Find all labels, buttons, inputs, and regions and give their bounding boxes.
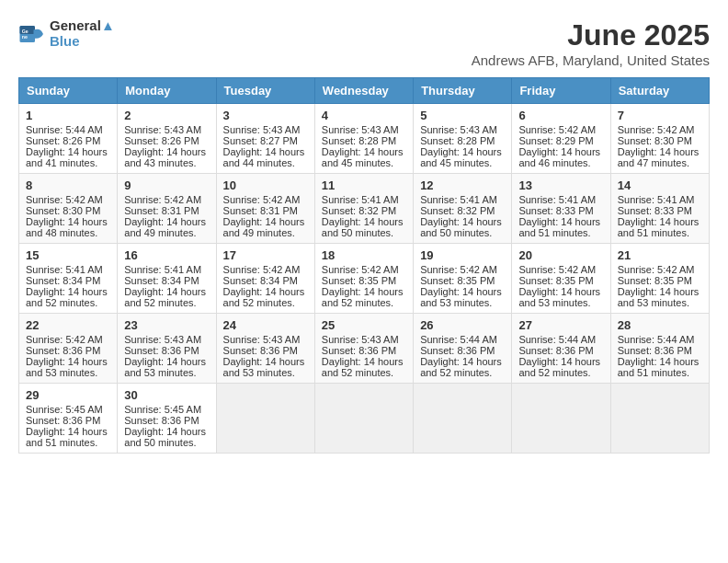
day-number: 22 (26, 318, 110, 332)
cell-text: Daylight: 14 hours and 46 minutes. (518, 146, 603, 168)
table-row: 10Sunrise: 5:42 AMSunset: 8:31 PMDayligh… (216, 174, 314, 244)
day-number: 20 (518, 248, 603, 262)
day-number: 12 (420, 178, 505, 192)
day-number: 29 (26, 388, 110, 402)
cell-text: Sunset: 8:29 PM (518, 135, 603, 146)
table-row: 12Sunrise: 5:41 AMSunset: 8:32 PMDayligh… (414, 174, 512, 244)
table-row: 29Sunrise: 5:45 AMSunset: 8:36 PMDayligh… (19, 384, 118, 454)
cell-text: Sunrise: 5:45 AM (124, 404, 209, 415)
day-number: 17 (223, 248, 308, 262)
table-row: 8Sunrise: 5:42 AMSunset: 8:30 PMDaylight… (19, 174, 118, 244)
cell-text: Daylight: 14 hours and 49 minutes. (124, 216, 209, 238)
month-title: June 2025 (472, 18, 710, 52)
table-row: 22Sunrise: 5:42 AMSunset: 8:36 PMDayligh… (19, 314, 118, 384)
table-row: 1Sunrise: 5:44 AMSunset: 8:26 PMDaylight… (19, 104, 118, 174)
day-number: 18 (322, 248, 406, 262)
cell-text: Daylight: 14 hours and 50 minutes. (124, 426, 209, 448)
table-row: 14Sunrise: 5:41 AMSunset: 8:33 PMDayligh… (610, 174, 709, 244)
day-number: 7 (618, 109, 702, 122)
cell-text: Daylight: 14 hours and 50 minutes. (420, 216, 505, 238)
day-number: 13 (518, 178, 603, 192)
cell-text: Daylight: 14 hours and 43 minutes. (124, 146, 209, 168)
cell-text: Sunrise: 5:43 AM (223, 124, 308, 135)
cell-text: Daylight: 14 hours and 52 minutes. (322, 356, 406, 378)
cell-text: Sunset: 8:32 PM (420, 205, 505, 216)
table-row (314, 384, 413, 454)
cell-text: Sunset: 8:36 PM (223, 345, 308, 356)
cell-text: Sunrise: 5:42 AM (618, 264, 702, 275)
cell-text: Daylight: 14 hours and 48 minutes. (26, 216, 110, 238)
cell-text: Sunset: 8:36 PM (26, 415, 110, 426)
cell-text: Daylight: 14 hours and 53 minutes. (223, 356, 308, 378)
table-row: 24Sunrise: 5:43 AMSunset: 8:36 PMDayligh… (216, 314, 314, 384)
cell-text: Sunset: 8:36 PM (420, 345, 505, 356)
cell-text: Daylight: 14 hours and 52 minutes. (322, 286, 406, 308)
cell-text: Sunrise: 5:41 AM (618, 194, 702, 205)
table-row: 26Sunrise: 5:44 AMSunset: 8:36 PMDayligh… (414, 314, 512, 384)
cell-text: Daylight: 14 hours and 47 minutes. (618, 146, 702, 168)
table-row: 15Sunrise: 5:41 AMSunset: 8:34 PMDayligh… (19, 244, 118, 314)
day-number: 3 (223, 109, 308, 122)
logo-name-bottom: Blue (50, 34, 115, 50)
cell-text: Sunrise: 5:41 AM (518, 194, 603, 205)
table-row: 30Sunrise: 5:45 AMSunset: 8:36 PMDayligh… (118, 384, 216, 454)
table-row: 18Sunrise: 5:42 AMSunset: 8:35 PMDayligh… (314, 244, 413, 314)
day-number: 28 (618, 318, 702, 332)
cell-text: Sunset: 8:33 PM (518, 205, 603, 216)
cell-text: Sunrise: 5:42 AM (26, 194, 110, 205)
logo: Ge ne General▲ Blue (18, 18, 115, 49)
cell-text: Sunrise: 5:44 AM (518, 334, 603, 345)
cell-text: Daylight: 14 hours and 50 minutes. (322, 216, 406, 238)
cell-text: Sunset: 8:34 PM (124, 275, 209, 286)
col-monday: Monday (118, 78, 216, 104)
cell-text: Sunrise: 5:42 AM (518, 264, 603, 275)
cell-text: Sunrise: 5:41 AM (420, 194, 505, 205)
col-tuesday: Tuesday (216, 78, 314, 104)
cell-text: Sunset: 8:33 PM (618, 205, 702, 216)
day-number: 27 (518, 318, 603, 332)
col-wednesday: Wednesday (314, 78, 413, 104)
cell-text: Sunset: 8:35 PM (518, 275, 603, 286)
table-row: 23Sunrise: 5:43 AMSunset: 8:36 PMDayligh… (118, 314, 216, 384)
table-row: 3Sunrise: 5:43 AMSunset: 8:27 PMDaylight… (216, 104, 314, 174)
table-row: 17Sunrise: 5:42 AMSunset: 8:34 PMDayligh… (216, 244, 314, 314)
cell-text: Daylight: 14 hours and 53 minutes. (618, 286, 702, 308)
cell-text: Daylight: 14 hours and 52 minutes. (223, 286, 308, 308)
calendar-week-row: 15Sunrise: 5:41 AMSunset: 8:34 PMDayligh… (19, 244, 710, 314)
day-number: 1 (26, 109, 110, 122)
calendar-week-row: 1Sunrise: 5:44 AMSunset: 8:26 PMDaylight… (19, 104, 710, 174)
cell-text: Sunset: 8:34 PM (223, 275, 308, 286)
table-row: 25Sunrise: 5:43 AMSunset: 8:36 PMDayligh… (314, 314, 413, 384)
cell-text: Daylight: 14 hours and 45 minutes. (322, 146, 406, 168)
cell-text: Sunrise: 5:43 AM (223, 334, 308, 345)
day-number: 5 (420, 109, 505, 122)
col-thursday: Thursday (414, 78, 512, 104)
day-number: 21 (618, 248, 702, 262)
cell-text: Sunset: 8:35 PM (618, 275, 702, 286)
table-row: 21Sunrise: 5:42 AMSunset: 8:35 PMDayligh… (610, 244, 709, 314)
day-number: 15 (26, 248, 110, 262)
table-row: 9Sunrise: 5:42 AMSunset: 8:31 PMDaylight… (118, 174, 216, 244)
col-friday: Friday (512, 78, 610, 104)
cell-text: Sunset: 8:32 PM (322, 205, 406, 216)
cell-text: Sunrise: 5:42 AM (223, 264, 308, 275)
cell-text: Sunrise: 5:44 AM (26, 124, 110, 135)
logo-name-top: General▲ (50, 18, 115, 34)
cell-text: Sunset: 8:35 PM (420, 275, 505, 286)
cell-text: Sunrise: 5:43 AM (420, 124, 505, 135)
cell-text: Daylight: 14 hours and 51 minutes. (618, 356, 702, 378)
cell-text: Daylight: 14 hours and 52 minutes. (124, 286, 209, 308)
day-number: 19 (420, 248, 505, 262)
day-number: 8 (26, 178, 110, 192)
cell-text: Sunrise: 5:42 AM (518, 124, 603, 135)
cell-text: Sunrise: 5:41 AM (124, 264, 209, 275)
cell-text: Sunset: 8:30 PM (26, 205, 110, 216)
cell-text: Daylight: 14 hours and 49 minutes. (223, 216, 308, 238)
calendar-week-row: 22Sunrise: 5:42 AMSunset: 8:36 PMDayligh… (19, 314, 710, 384)
cell-text: Daylight: 14 hours and 52 minutes. (26, 286, 110, 308)
cell-text: Daylight: 14 hours and 53 minutes. (518, 286, 603, 308)
table-row: 27Sunrise: 5:44 AMSunset: 8:36 PMDayligh… (512, 314, 610, 384)
cell-text: Sunrise: 5:41 AM (322, 194, 406, 205)
day-number: 6 (518, 109, 603, 122)
table-row: 7Sunrise: 5:42 AMSunset: 8:30 PMDaylight… (610, 104, 709, 174)
